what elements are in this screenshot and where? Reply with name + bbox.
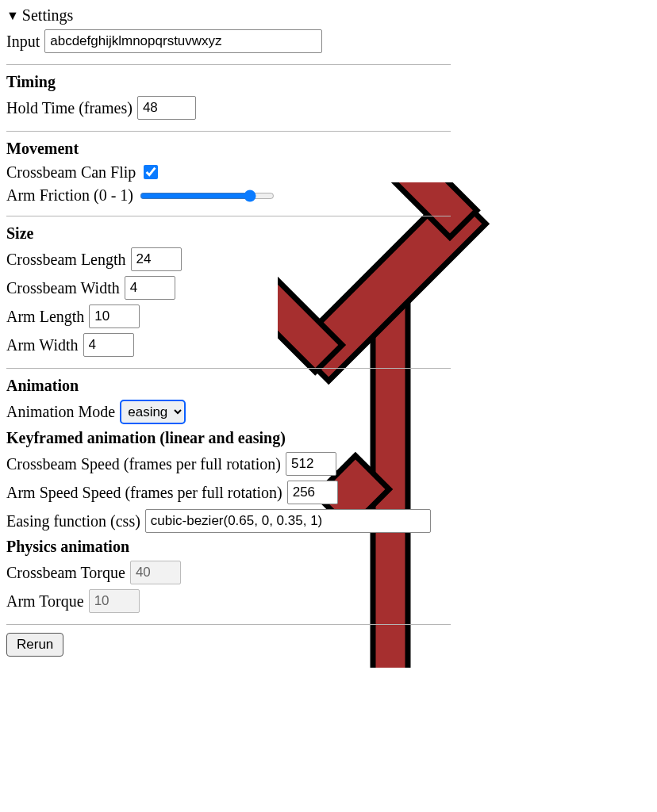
hold-time-label: Hold Time (frames) [6,99,133,117]
arm-length-input[interactable] [89,304,140,328]
animation-mode-select[interactable]: easing [120,400,186,424]
crossbeam-width-label: Crossbeam Width [6,279,120,297]
animation-title: Animation [6,377,651,395]
settings-details[interactable]: ▼ Settings Input Timing Hold Time (frame… [6,6,651,657]
divider [6,131,451,132]
physics-title: Physics animation [6,538,651,556]
keyframed-title: Keyframed animation (linear and easing) [6,429,651,447]
movement-title: Movement [6,140,651,158]
settings-title: Settings [22,6,73,25]
crossbeam-width-input[interactable] [125,276,175,300]
arm-length-label: Arm Length [6,308,84,326]
disclosure-triangle-icon: ▼ [6,9,19,23]
input-field[interactable] [44,29,322,53]
crossbeam-speed-label: Crossbeam Speed (frames per full rotatio… [6,455,281,473]
crossbeam-length-label: Crossbeam Length [6,251,126,269]
input-label: Input [6,33,40,51]
crossbeam-torque-input [130,561,181,584]
divider [6,368,451,369]
crossbeam-torque-label: Crossbeam Torque [6,564,125,582]
divider [6,624,451,625]
divider [6,216,451,216]
crossbeam-flip-label: Crossbeam Can Flip [6,163,136,182]
divider [6,64,451,65]
animation-mode-label: Animation Mode [6,403,115,421]
rerun-button[interactable]: Rerun [6,633,63,657]
settings-summary[interactable]: ▼ Settings [6,6,651,25]
easing-fn-label: Easing function (css) [6,512,140,530]
crossbeam-speed-input[interactable] [286,452,336,476]
hold-time-input[interactable] [137,96,196,120]
arm-width-input[interactable] [83,333,134,357]
arm-torque-input [89,589,140,613]
arm-friction-slider[interactable] [140,190,275,202]
arm-speed-label: Arm Speed Speed (frames per full rotatio… [6,484,282,502]
arm-friction-label: Arm Friction (0 - 1) [6,186,133,205]
size-title: Size [6,224,651,243]
crossbeam-length-input[interactable] [131,247,182,271]
crossbeam-flip-checkbox[interactable] [144,165,158,179]
easing-fn-input[interactable] [145,509,431,533]
arm-width-label: Arm Width [6,336,79,354]
arm-speed-input[interactable] [287,481,338,504]
timing-title: Timing [6,73,651,91]
arm-torque-label: Arm Torque [6,592,84,611]
